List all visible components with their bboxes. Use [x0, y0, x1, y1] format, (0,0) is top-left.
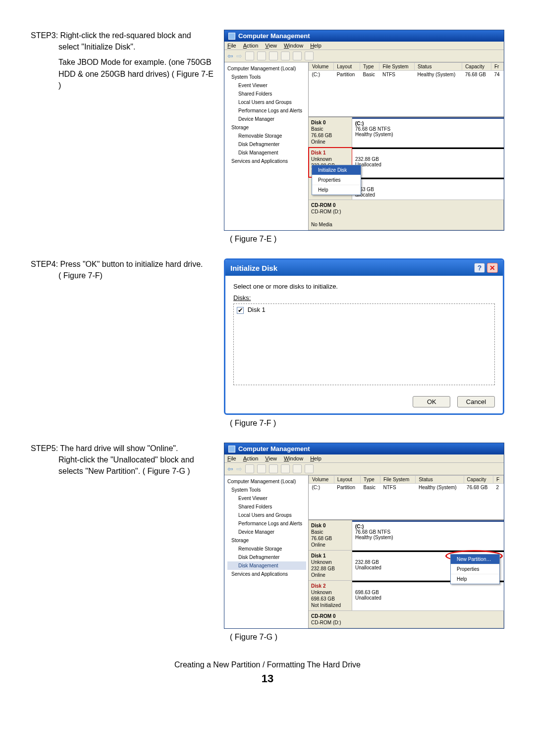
col-status[interactable]: Status: [416, 476, 464, 484]
tree-item[interactable]: Disk Defragmenter: [227, 553, 306, 561]
menu-action[interactable]: Action: [243, 43, 259, 49]
menu-file[interactable]: File: [227, 43, 236, 49]
col-type[interactable]: Type: [361, 476, 380, 484]
disk-0-partition[interactable]: (C:) 76.68 GB NTFS Healthy (System): [352, 117, 504, 147]
tree-item[interactable]: Performance Logs and Alerts: [227, 106, 306, 115]
ok-button[interactable]: OK: [413, 396, 450, 407]
col-fs[interactable]: File System: [379, 63, 415, 71]
disk-1-checkbox-row[interactable]: ✔ Disk 1: [237, 306, 491, 314]
disk-0-label[interactable]: Disk 0 Basic 76.68 GB Online: [309, 117, 352, 147]
toolbar-button[interactable]: [293, 464, 302, 473]
toolbar-button[interactable]: [305, 464, 314, 473]
toolbar-button[interactable]: [269, 464, 278, 473]
col-free[interactable]: Fr: [491, 63, 503, 71]
col-vol[interactable]: Volume: [309, 63, 334, 71]
toolbar-button[interactable]: [245, 51, 254, 60]
cdrom-label[interactable]: CD-ROM 0 CD-ROM (D:): [309, 611, 504, 628]
volume-table: Volume Layout Type File System Status Ca…: [309, 62, 504, 78]
disk-2-partition[interactable]: B.63 GB allocated: [352, 178, 504, 200]
col-vol[interactable]: Volume: [309, 476, 334, 484]
dialog-titlebar[interactable]: Initialize Disk ? ✕: [225, 260, 503, 276]
context-menu-e[interactable]: Initialize Disk Properties Help: [312, 165, 361, 195]
back-icon[interactable]: ⇦: [227, 465, 233, 473]
toolbar-button[interactable]: [281, 464, 290, 473]
tree-item[interactable]: Event Viewer: [227, 494, 306, 503]
tree-disk-management[interactable]: Disk Management: [227, 149, 306, 157]
tree-system-tools[interactable]: System Tools: [227, 486, 306, 494]
tree-item[interactable]: Device Manager: [227, 528, 306, 536]
disk-1-label[interactable]: Disk 1 Unknown 232.88 GB Online: [309, 551, 352, 580]
menu-view[interactable]: View: [265, 455, 277, 461]
back-icon[interactable]: ⇦: [227, 52, 233, 60]
window-title: Computer Management: [238, 445, 310, 453]
disk-0-label[interactable]: Disk 0 Basic 76.68 GB Online: [309, 520, 352, 550]
tree-item[interactable]: Removable Storage: [227, 545, 306, 553]
col-free[interactable]: F: [493, 476, 504, 484]
tree-system-tools[interactable]: System Tools: [227, 73, 306, 81]
col-layout[interactable]: Layout: [334, 63, 360, 71]
menu-help[interactable]: Help: [310, 43, 321, 49]
disk-checklist[interactable]: ✔ Disk 1: [233, 303, 495, 385]
disk-0-partition[interactable]: (C:) 76.68 GB NTFS Healthy (System): [352, 520, 504, 550]
titlebar[interactable]: Computer Management: [224, 443, 504, 454]
col-capacity[interactable]: Capacity: [464, 476, 493, 484]
nav-tree[interactable]: Computer Management (Local) System Tools…: [224, 62, 309, 230]
cdrom-label[interactable]: CD-ROM 0 CD-ROM (D:) No Media: [309, 200, 504, 230]
ctx-initialize-disk[interactable]: Initialize Disk: [312, 165, 361, 175]
tree-item[interactable]: Disk Defragmenter: [227, 140, 306, 149]
titlebar[interactable]: Computer Management: [224, 30, 504, 42]
tree-item[interactable]: Performance Logs and Alerts: [227, 519, 306, 528]
col-fs[interactable]: File System: [380, 476, 416, 484]
menu-view[interactable]: View: [265, 43, 277, 49]
disk-1-partition[interactable]: 232.88 GB Unallocated: [352, 148, 504, 177]
tree-item[interactable]: Local Users and Groups: [227, 98, 306, 106]
menu-action[interactable]: Action: [243, 455, 259, 461]
col-type[interactable]: Type: [360, 63, 379, 71]
ctx-help[interactable]: Help: [312, 185, 361, 195]
tree-item[interactable]: Device Manager: [227, 115, 306, 123]
table-row[interactable]: (C:) Partition Basic NTFS Healthy (Syste…: [309, 71, 504, 79]
toolbar-button[interactable]: [269, 51, 278, 60]
tree-services[interactable]: Services and Applications: [227, 157, 306, 165]
checkbox-icon[interactable]: ✔: [237, 307, 244, 314]
context-menu-g[interactable]: New Partition… Properties Help: [450, 554, 500, 584]
tree-disk-management[interactable]: Disk Management: [227, 561, 306, 570]
tree-item[interactable]: Event Viewer: [227, 81, 306, 90]
tree-services[interactable]: Services and Applications: [227, 570, 306, 578]
help-icon[interactable]: ?: [474, 263, 485, 273]
menu-help[interactable]: Help: [310, 455, 321, 461]
disk-2-label[interactable]: Disk 2 Unknown 698.63 GB Not Initialized: [309, 581, 352, 610]
toolbar-button[interactable]: [281, 51, 290, 60]
forward-icon[interactable]: ⇨: [236, 52, 242, 60]
toolbar-button[interactable]: [257, 464, 266, 473]
tree-root[interactable]: Computer Management (Local): [227, 64, 306, 73]
table-row[interactable]: (C:) Partition Basic NTFS Healthy (Syste…: [309, 484, 504, 492]
ctx-properties[interactable]: Properties: [312, 175, 361, 185]
forward-icon[interactable]: ⇨: [236, 465, 242, 473]
tree-root[interactable]: Computer Management (Local): [227, 477, 306, 486]
menu-window[interactable]: Window: [284, 455, 303, 461]
toolbar-button[interactable]: [293, 51, 302, 60]
col-status[interactable]: Status: [415, 63, 462, 71]
tree-storage[interactable]: Storage: [227, 123, 306, 132]
ctx-properties[interactable]: Properties: [451, 564, 499, 574]
cancel-button[interactable]: Cancel: [457, 396, 495, 407]
disk-1-partition[interactable]: 232.88 GB Unallocated New Partition… Pro…: [352, 551, 504, 580]
tree-item[interactable]: Local Users and Groups: [227, 511, 306, 519]
close-icon[interactable]: ✕: [487, 263, 498, 273]
toolbar-button[interactable]: [245, 464, 254, 473]
col-capacity[interactable]: Capacity: [462, 63, 491, 71]
toolbar-button[interactable]: [257, 51, 266, 60]
tree-item[interactable]: Removable Storage: [227, 132, 306, 140]
ctx-help[interactable]: Help: [451, 574, 499, 584]
tree-item[interactable]: Shared Folders: [227, 90, 306, 98]
nav-tree[interactable]: Computer Management (Local) System Tools…: [224, 475, 309, 628]
col-layout[interactable]: Layout: [334, 476, 360, 484]
tree-item[interactable]: Shared Folders: [227, 503, 306, 511]
tree-storage[interactable]: Storage: [227, 536, 306, 545]
menu-file[interactable]: File: [227, 455, 236, 461]
toolbar-button[interactable]: [305, 51, 314, 60]
disk-2-partition[interactable]: 698.63 GB Unallocated: [352, 581, 504, 610]
ctx-new-partition[interactable]: New Partition…: [451, 554, 499, 564]
menu-window[interactable]: Window: [284, 43, 303, 49]
